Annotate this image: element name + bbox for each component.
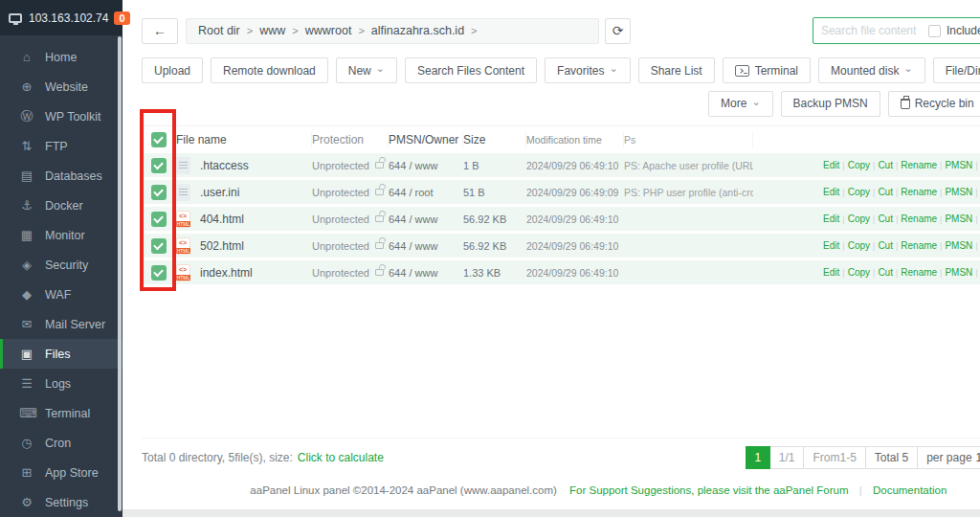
col-pmsn-owner[interactable]: PMSN/Owner [389,132,463,147]
file-name[interactable]: index.html [200,266,253,280]
recycle-bin-button[interactable]: Recycle bin [888,91,980,117]
ps-note[interactable]: PS: PHP user profile (anti-cross-site [624,187,753,198]
copy-link[interactable]: Copy [839,187,870,197]
zip-link[interactable]: Zip [972,267,980,278]
row-checkbox[interactable] [151,238,167,254]
cut-link[interactable]: Cut [870,214,893,224]
rename-link[interactable]: Rename [893,214,937,224]
copy-link[interactable]: Copy [839,160,870,170]
edit-link[interactable]: Edit [823,160,839,170]
table-row[interactable]: 404.html Unprotected 644 / www 56.92 KB … [142,207,980,234]
sidebar-item-ftp[interactable]: ⇅FTP [0,131,122,161]
sidebar-item-monitor[interactable]: ▦Monitor [0,220,122,250]
unlock-icon[interactable] [375,269,384,276]
terminal-button[interactable]: Terminal [723,57,811,83]
unlock-icon[interactable] [375,242,384,249]
col-modification-time[interactable]: Modification time [526,132,624,147]
server-header[interactable]: 103.163.102.74 0 [0,0,122,35]
col-ps[interactable]: Ps [624,132,753,147]
file-name[interactable]: .htaccess [200,159,249,172]
share-list-button[interactable]: Share List [638,57,715,83]
per-page-select[interactable]: 100 [976,451,980,464]
pmsn-link[interactable]: PMSN [937,240,972,251]
more-dropdown[interactable]: More [708,91,773,117]
file-name[interactable]: .user.ini [200,186,239,199]
sidebar-item-terminal[interactable]: ⌨Terminal [0,398,122,428]
copy-link[interactable]: Copy [839,214,870,224]
pmsn-link[interactable]: PMSN [937,214,972,224]
unlock-icon[interactable] [375,215,384,222]
rename-link[interactable]: Rename [893,187,937,197]
sidebar-item-app-store[interactable]: ⊞App Store [0,458,122,487]
file-dir-protection-button[interactable]: File/Dir protection [933,57,980,83]
sidebar-item-security[interactable]: ◈Security [0,250,122,280]
support-forum-link[interactable]: For Support Suggestions, please visit th… [569,484,849,496]
message-count-badge[interactable]: 0 [114,11,129,25]
cut-link[interactable]: Cut [870,240,893,251]
file-name[interactable]: 404.html [200,213,244,226]
zip-link[interactable]: Zip [972,160,980,170]
breadcrumb-root[interactable]: Root dir [198,24,240,37]
row-checkbox[interactable] [151,185,167,200]
breadcrumb-www[interactable]: www [259,24,285,37]
zip-link[interactable]: Zip [972,187,980,197]
table-row[interactable]: index.html Unprotected 644 / www 1.33 KB… [142,260,980,287]
col-size[interactable]: Size [463,132,526,147]
refresh-button[interactable]: ⟳ [605,18,631,44]
cut-link[interactable]: Cut [870,187,893,197]
rename-link[interactable]: Rename [893,240,937,251]
rename-link[interactable]: Rename [893,267,937,278]
table-row[interactable]: 502.html Unprotected 644 / www 56.92 KB … [142,234,980,260]
sidebar-item-wp-toolkit[interactable]: ⓌWP Toolkit [0,101,122,131]
edit-link[interactable]: Edit [823,267,839,278]
upload-button[interactable]: Upload [142,57,203,83]
edit-link[interactable]: Edit [823,187,839,197]
copy-link[interactable]: Copy [839,240,870,251]
row-checkbox[interactable] [151,212,167,227]
ps-note[interactable]: PS: Apache user profile (URL rewrite [624,160,753,171]
sidebar-item-website[interactable]: ⊕Website [0,72,122,101]
search-input[interactable] [813,24,926,37]
sidebar-item-databases[interactable]: ▤Databases [0,161,122,191]
sidebar-scrollbar[interactable] [118,36,122,511]
sidebar-item-logs[interactable]: ☰Logs [0,369,122,398]
sidebar-item-docker[interactable]: ⚓Docker [0,191,122,220]
sidebar-item-cron[interactable]: ◷Cron [0,428,122,458]
copy-link[interactable]: Copy [839,267,870,278]
favorites-dropdown[interactable]: Favorites [545,57,631,83]
sidebar-item-settings[interactable]: ⚙Settings [0,487,122,517]
unlock-icon[interactable] [375,189,384,195]
new-dropdown[interactable]: New [336,57,397,83]
breadcrumb-site[interactable]: alfinazahra.sch.id [371,24,464,37]
sidebar-item-waf[interactable]: ◆WAF [0,280,122,309]
pmsn-link[interactable]: PMSN [937,187,972,197]
zip-link[interactable]: Zip [972,240,980,251]
remote-download-button[interactable]: Remote download [211,57,328,83]
page-1-button[interactable]: 1 [746,446,770,469]
unlock-icon[interactable] [375,162,384,169]
pmsn-link[interactable]: PMSN [937,267,972,278]
zip-link[interactable]: Zip [972,214,980,224]
backup-pmsn-button[interactable]: Backup PMSN [781,91,880,117]
table-row[interactable]: .user.ini Unprotected 644 / root 51 B 20… [142,180,980,207]
edit-link[interactable]: Edit [823,240,839,251]
cut-link[interactable]: Cut [870,267,893,278]
sidebar-item-mail-server[interactable]: ✉Mail Server [0,309,122,339]
col-file-name[interactable]: File name [176,132,312,147]
rename-link[interactable]: Rename [893,160,937,170]
documentation-link[interactable]: Documentation [873,484,947,496]
breadcrumb-wwwroot[interactable]: wwwroot [305,24,352,37]
include-subdir-checkbox[interactable] [928,25,941,37]
edit-link[interactable]: Edit [823,214,839,224]
calculate-size-link[interactable]: Click to calculate [298,451,384,464]
row-checkbox[interactable] [151,158,167,173]
cut-link[interactable]: Cut [870,160,893,170]
sidebar-item-files[interactable]: ▣Files [0,339,122,369]
mounted-disk-dropdown[interactable]: Mounted disk [818,57,925,83]
back-button[interactable]: ← [142,18,178,44]
select-all-checkbox[interactable] [151,132,167,147]
table-row[interactable]: .htaccess Unprotected 644 / www 1 B 2024… [142,153,980,180]
search-files-content-button[interactable]: Search Files Content [405,57,537,83]
col-protection[interactable]: Protection [312,132,389,147]
row-checkbox[interactable] [151,265,167,281]
